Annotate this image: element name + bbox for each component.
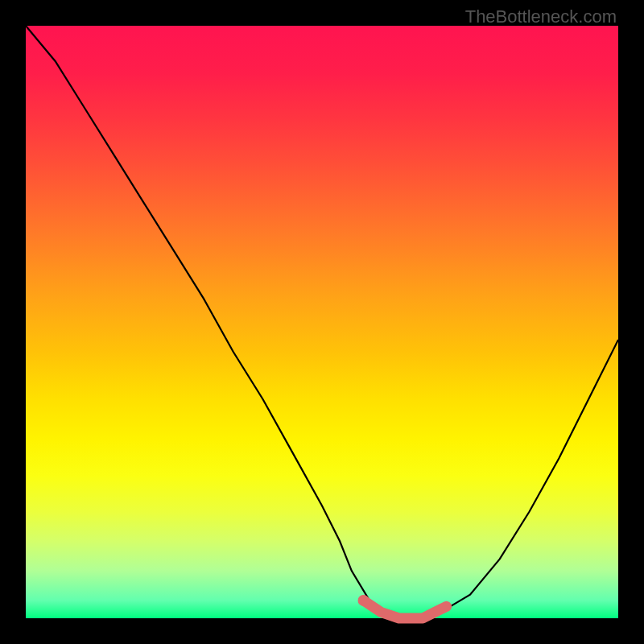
svg-point-0 xyxy=(358,595,369,606)
bottleneck-curve-line xyxy=(26,26,618,618)
highlight-segment-line xyxy=(358,595,447,618)
watermark-text: TheBottleneck.com xyxy=(465,6,617,27)
chart-frame: TheBottleneck.com xyxy=(0,0,644,644)
chart-svg xyxy=(26,26,618,618)
plot-area xyxy=(26,26,618,618)
